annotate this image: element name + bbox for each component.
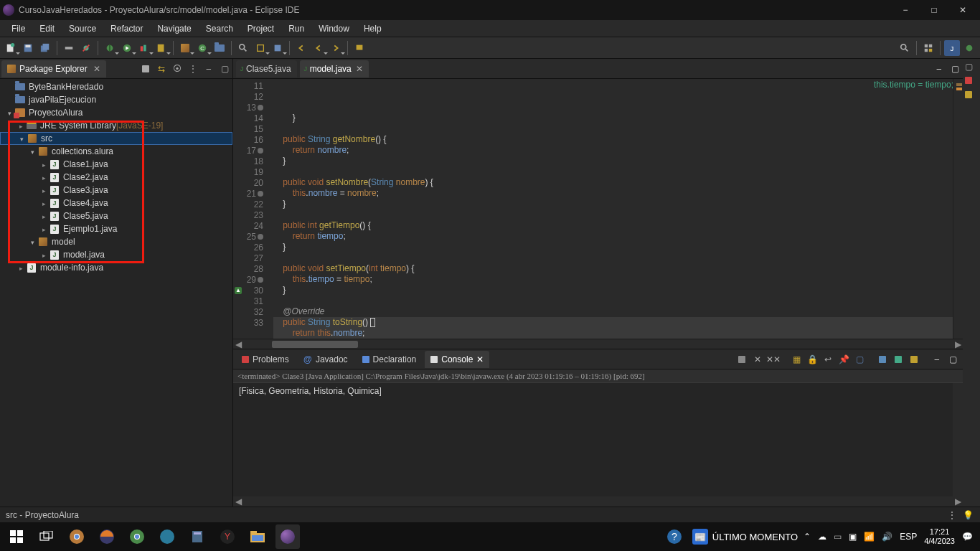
editor-maximize-button[interactable]: ▢ xyxy=(947,61,963,77)
close-icon[interactable]: ✕ xyxy=(93,64,100,74)
debug-perspective-button[interactable] xyxy=(961,40,977,56)
firefox-icon[interactable] xyxy=(95,524,119,549)
maximize-button[interactable]: □ xyxy=(920,0,948,20)
tree-item[interactable]: javaPilaEjecucion xyxy=(0,93,232,106)
bottom-maximize-button[interactable]: ▢ xyxy=(946,352,960,367)
twisty-icon[interactable] xyxy=(16,122,26,130)
terminate-button[interactable] xyxy=(735,352,749,367)
remove-all-button[interactable]: ✕✕ xyxy=(766,352,781,367)
new-class-button[interactable]: C xyxy=(194,40,210,56)
scroll-lock-button[interactable]: 🔒 xyxy=(805,352,819,367)
bottom-tab-problems[interactable]: Problems xyxy=(236,351,295,368)
tree-item[interactable]: collections.alura xyxy=(0,145,232,158)
package-explorer-tab[interactable]: Package Explorer ✕ xyxy=(1,60,106,77)
bottom-minimize-button[interactable]: ‒ xyxy=(930,352,944,367)
tree-item[interactable]: model xyxy=(0,235,232,248)
twisty-icon[interactable] xyxy=(27,238,37,246)
mail-icon[interactable]: ▣ xyxy=(849,532,857,542)
menu-edit[interactable]: Edit xyxy=(32,22,62,36)
debug-button[interactable] xyxy=(102,40,118,56)
twisty-icon[interactable] xyxy=(16,264,26,272)
forward-button[interactable] xyxy=(328,40,344,56)
chrome-canary-icon[interactable] xyxy=(65,524,89,549)
menu-navigate[interactable]: Navigate xyxy=(150,22,198,36)
run-button[interactable] xyxy=(119,40,135,56)
remove-launch-button[interactable]: ✕ xyxy=(750,352,765,367)
outline-icon[interactable] xyxy=(965,90,978,102)
twisty-icon[interactable] xyxy=(39,251,49,259)
status-menu-icon[interactable]: ⋮ xyxy=(946,509,958,522)
tree-item[interactable]: Clase3.java xyxy=(0,184,232,197)
menu-refactor[interactable]: Refactor xyxy=(103,22,150,36)
overview-ruler[interactable] xyxy=(953,79,963,339)
twisty-icon[interactable] xyxy=(39,187,49,194)
twisty-icon[interactable] xyxy=(27,148,37,156)
help-icon[interactable]: ? xyxy=(662,524,687,549)
system-tray[interactable]: ⌃ ☁ ▭ ▣ 📶 🔊 ESP 17:21 4/4/2023 💬 xyxy=(804,527,976,546)
edge-icon[interactable] xyxy=(155,524,179,549)
coverage-button[interactable] xyxy=(136,40,152,56)
minimize-button[interactable]: − xyxy=(891,0,920,20)
tray-chevron-icon[interactable]: ⌃ xyxy=(804,532,811,542)
menu-run[interactable]: Run xyxy=(281,22,311,36)
clock[interactable]: 17:21 4/4/2023 xyxy=(924,527,955,546)
tree-item[interactable]: ByteBankHeredado xyxy=(0,80,232,93)
toggle-breadcrumb-button[interactable] xyxy=(61,40,77,56)
twisty-icon[interactable] xyxy=(4,109,14,117)
editor-tab[interactable]: model.java✕ xyxy=(300,60,369,77)
new-folder-button[interactable] xyxy=(212,40,227,56)
tree-item[interactable]: model.java xyxy=(0,248,232,261)
notifications-icon[interactable]: 💬 xyxy=(962,532,973,542)
menu-help[interactable]: Help xyxy=(357,22,389,36)
twisty-icon[interactable] xyxy=(39,212,49,220)
new-package-button[interactable] xyxy=(177,40,193,56)
new-console-button[interactable] xyxy=(891,352,905,367)
menu-search[interactable]: Search xyxy=(199,22,240,36)
twisty-icon[interactable] xyxy=(39,225,49,233)
tree-item[interactable]: Ejemplo1.java xyxy=(0,222,232,235)
editor-minimize-button[interactable]: ‒ xyxy=(931,61,947,77)
volume-icon[interactable]: 🔊 xyxy=(882,532,892,542)
battery-icon[interactable]: ▭ xyxy=(834,532,842,542)
tree-item[interactable]: Clase1.java xyxy=(0,158,232,171)
maximize-view-button[interactable]: ▢ xyxy=(217,62,232,76)
focus-task-button[interactable]: ⦿ xyxy=(170,62,184,76)
tree-item[interactable]: Clase2.java xyxy=(0,171,232,184)
monitor-button[interactable] xyxy=(875,352,890,367)
close-icon[interactable]: ✕ xyxy=(476,354,484,364)
collapse-all-button[interactable] xyxy=(138,62,153,76)
open-console-button[interactable] xyxy=(907,352,921,367)
back-button[interactable] xyxy=(311,40,326,56)
last-edit-location-button[interactable] xyxy=(293,40,309,56)
wifi-icon[interactable]: 📶 xyxy=(864,532,875,542)
twisty-icon[interactable] xyxy=(39,174,49,182)
clear-console-button[interactable]: ▦ xyxy=(789,352,804,367)
twisty-icon[interactable] xyxy=(17,135,27,143)
yandex-icon[interactable]: Y xyxy=(215,524,240,549)
task-list-icon[interactable] xyxy=(965,76,978,88)
eclipse-taskbar-icon[interactable] xyxy=(275,524,300,549)
start-button[interactable] xyxy=(4,524,29,549)
twisty-icon[interactable] xyxy=(39,199,49,207)
editor-hscrollbar[interactable]: ◀ ▶ xyxy=(233,339,963,349)
save-all-button[interactable] xyxy=(37,40,53,56)
skip-breakpoints-button[interactable] xyxy=(78,40,94,56)
calculator-icon[interactable] xyxy=(185,524,209,549)
onedrive-icon[interactable]: ☁ xyxy=(818,532,826,542)
console-hscrollbar[interactable]: ◀▶ xyxy=(233,496,963,507)
java-perspective-button[interactable]: J xyxy=(944,40,960,56)
pin-console-button[interactable]: 📌 xyxy=(837,352,851,367)
quick-access-button[interactable] xyxy=(897,40,913,56)
word-wrap-button[interactable]: ↩ xyxy=(821,352,835,367)
tree-item[interactable]: src xyxy=(0,132,232,145)
close-button[interactable]: ✕ xyxy=(948,0,977,20)
console-output[interactable]: [Fisica, Geometria, Historia, Quimica] xyxy=(233,383,963,496)
editor-tab[interactable]: Clase5.java xyxy=(236,60,297,77)
task-view-button[interactable] xyxy=(34,524,59,549)
save-button[interactable] xyxy=(20,40,36,56)
minimize-view-button[interactable]: ‒ xyxy=(202,62,216,76)
tree-item[interactable]: ProyectoAlura xyxy=(0,106,232,119)
menu-source[interactable]: Source xyxy=(62,22,103,36)
code-area[interactable]: this.tiempo = tiempo; } public String ge… xyxy=(268,79,953,339)
menu-window[interactable]: Window xyxy=(311,22,357,36)
